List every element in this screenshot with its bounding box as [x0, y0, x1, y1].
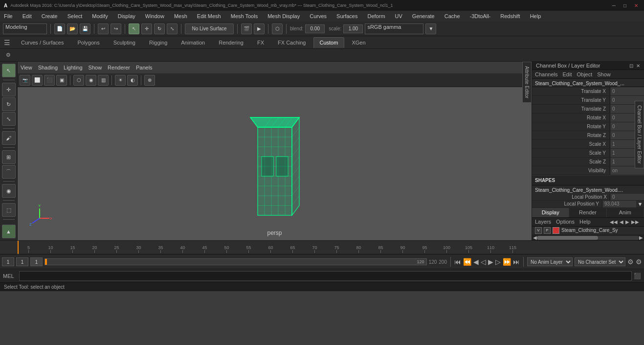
menu-item--3dtoall-[interactable]: -3DtoAll- [468, 12, 493, 20]
show-menu-item[interactable]: Show [597, 71, 611, 77]
snap-curve-button[interactable]: ⌒ [2, 165, 16, 179]
vp-lighting-btn[interactable]: ☀ [115, 75, 126, 86]
channel-box-side-tab[interactable]: Channel Box / Layer Editor [635, 101, 644, 168]
local-pos-value-y[interactable]: 93.043 [602, 201, 636, 207]
channels-menu-item[interactable]: Channels [535, 71, 557, 77]
tab-render[interactable]: Render [569, 208, 606, 218]
tab-custom[interactable]: Custom [313, 37, 345, 48]
scale-lt-button[interactable]: ⤡ [2, 112, 16, 126]
render-button[interactable]: 🎬 [241, 23, 252, 34]
tab-sculpting[interactable]: Sculpting [107, 37, 142, 48]
skip-to-end-button[interactable]: ⏭ [513, 258, 520, 266]
no-char-set-dropdown[interactable]: No Character Set [575, 257, 625, 266]
workspace-dropdown[interactable]: Modeling [3, 23, 47, 34]
menu-item-generate[interactable]: Generate [410, 12, 437, 20]
step-forward-button[interactable]: ▷ [495, 258, 501, 266]
settings-gear-icon[interactable]: ⚙ [4, 51, 13, 60]
vp-gate-button[interactable]: ▣ [56, 75, 67, 86]
viewport[interactable]: View Shading Lighting Show Renderer Pane… [18, 62, 532, 240]
start-frame-input[interactable] [2, 257, 14, 266]
menu-item-mesh-tools[interactable]: Mesh Tools [229, 12, 260, 20]
select-tool-button[interactable]: ↖ [129, 23, 139, 34]
tab-fx-caching[interactable]: FX Caching [271, 37, 312, 48]
scroll-thumb[interactable] [537, 236, 598, 240]
xray-button[interactable]: ⬡ [272, 23, 283, 34]
scroll-right-button[interactable]: ▶ [639, 235, 643, 240]
undo-button[interactable]: ↩ [98, 23, 109, 34]
local-pos-value-x[interactable]: 0 [610, 194, 644, 200]
move-tool-button[interactable]: ✛ [2, 83, 16, 96]
layer-arrow-right[interactable]: ▶ [625, 219, 629, 225]
redo-button[interactable]: ↪ [111, 23, 121, 34]
scale-tool-button[interactable]: ⤡ [167, 23, 178, 34]
viewport-renderer-menu[interactable]: Renderer [108, 65, 130, 70]
layer-playback-toggle[interactable]: P [544, 227, 551, 234]
tab-polygons[interactable]: Polygons [71, 37, 106, 48]
anim-extra-button[interactable]: ⚙ [636, 258, 642, 266]
menu-item-mesh[interactable]: Mesh [172, 12, 189, 20]
play-back-button[interactable]: ◁ [481, 258, 486, 266]
gamma-dropdown[interactable]: sRGB gamma [365, 23, 423, 34]
layer-lt-button[interactable]: ⬚ [2, 203, 16, 217]
scale-input[interactable]: 1.00 [343, 24, 363, 33]
rotate-tool-button[interactable]: ↻ [154, 23, 165, 34]
scroll-left-button[interactable]: ◀ [533, 235, 537, 240]
no-live-surface-button[interactable]: No Live Surface [185, 23, 234, 34]
menu-item-curves[interactable]: Curves [308, 12, 329, 20]
local-pos-expand-button[interactable]: ▼ [636, 201, 644, 207]
scroll-track[interactable] [537, 236, 639, 240]
vp-filmgate-button[interactable]: ⬜ [32, 75, 43, 86]
vp-texture-button[interactable]: ▥ [98, 75, 109, 86]
tab-rigging[interactable]: Rigging [143, 37, 174, 48]
close-button[interactable]: ✕ [632, 3, 640, 8]
viewport-lighting-menu[interactable]: Lighting [64, 65, 83, 70]
menu-item-window[interactable]: Window [143, 12, 166, 20]
options-menu-item[interactable]: Options [556, 219, 575, 225]
translate-tool-button[interactable]: ✛ [141, 23, 152, 34]
panel-collapse-button[interactable]: ⊡ [629, 63, 633, 69]
ipr-render-button[interactable]: ▶ [254, 23, 265, 34]
frame-indicator-input[interactable] [30, 257, 43, 266]
tab-anim[interactable]: Anim [607, 208, 644, 218]
timeline-playhead[interactable] [18, 241, 19, 254]
menu-item-display[interactable]: Display [116, 12, 137, 20]
panel-close-button[interactable]: ✕ [636, 63, 640, 69]
attribute-editor-tab[interactable]: Attribute Editor [522, 62, 532, 103]
viewport-view-menu[interactable]: View [21, 65, 32, 70]
menu-item-help[interactable]: Help [528, 12, 543, 20]
tab-curves-surfaces[interactable]: Curves / Surfaces [15, 37, 70, 48]
save-file-button[interactable]: 💾 [80, 23, 90, 34]
layer-color-swatch[interactable] [553, 227, 559, 234]
layers-scrollbar[interactable]: ◀ ▶ [532, 235, 644, 240]
menu-item-modify[interactable]: Modify [90, 12, 110, 20]
menu-item-edit-mesh[interactable]: Edit Mesh [195, 12, 223, 20]
viewport-shading-menu[interactable]: Shading [38, 65, 58, 70]
menu-item-surfaces[interactable]: Surfaces [334, 12, 359, 20]
current-frame-input[interactable] [16, 257, 28, 266]
vp-isolate-btn[interactable]: ⊕ [144, 75, 155, 86]
blend-input[interactable]: 0.00 [305, 24, 325, 33]
help-menu-item[interactable]: Help [579, 219, 591, 225]
viewport-show-menu[interactable]: Show [89, 65, 102, 70]
menu-item-edit[interactable]: Edit [21, 12, 34, 20]
manipulator-button[interactable]: ▲ [2, 225, 16, 238]
layer-arrow-left-left[interactable]: ◀◀ [610, 219, 618, 225]
viewport-panels-menu[interactable]: Panels [136, 65, 153, 70]
menu-item-file[interactable]: File [2, 12, 15, 20]
tab-animation[interactable]: Animation [175, 37, 211, 48]
vp-wireframe-button[interactable]: ⬡ [73, 75, 84, 86]
channel-value-translate-x[interactable]: 0 [610, 87, 644, 95]
menu-item-uv[interactable]: UV [393, 12, 404, 20]
open-file-button[interactable]: 📂 [67, 23, 78, 34]
layer-arrow-right-right[interactable]: ▶▶ [631, 219, 639, 225]
prev-frame-button[interactable]: ⏪ [463, 258, 471, 266]
timeline-scrubber[interactable]: 120 [44, 258, 427, 265]
mel-execute-button[interactable]: ⬛ [634, 273, 641, 279]
edit-menu-item[interactable]: Edit [562, 71, 572, 77]
mel-input[interactable] [19, 271, 632, 281]
menu-item-deform[interactable]: Deform [365, 12, 387, 20]
new-file-button[interactable]: 📄 [54, 23, 65, 34]
menu-item-mesh-display[interactable]: Mesh Display [266, 12, 302, 20]
skip-to-start-button[interactable]: ⏮ [454, 258, 461, 266]
play-forward-button[interactable]: ▶ [488, 258, 493, 266]
